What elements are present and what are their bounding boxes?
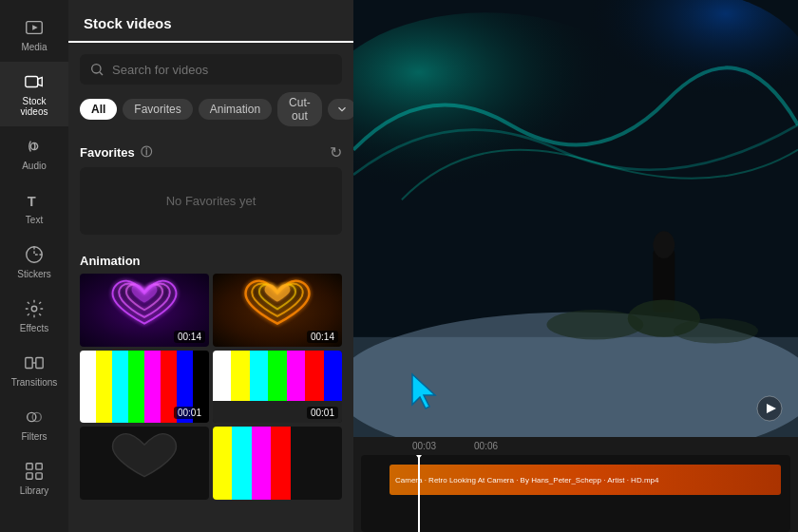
timestamp-1: 00:06 xyxy=(474,441,498,451)
video-thumb-3[interactable]: 00:01 xyxy=(213,351,342,424)
sidebar-item-audio[interactable]: Audio xyxy=(0,126,68,180)
sidebar: Media Stockvideos Audio T Text Stickers xyxy=(0,0,68,532)
library-label: Library xyxy=(20,485,49,496)
sidebar-item-transitions[interactable]: Transitions xyxy=(0,343,68,397)
svg-rect-15 xyxy=(36,473,42,479)
refresh-icon[interactable]: ↻ xyxy=(330,143,342,162)
text-icon: T xyxy=(24,190,45,211)
filters-label: Filters xyxy=(21,431,47,442)
duration-3: 00:01 xyxy=(307,407,338,419)
svg-rect-13 xyxy=(36,464,42,469)
favorites-info-icon[interactable]: ⓘ xyxy=(141,144,152,161)
transitions-icon xyxy=(24,352,45,373)
duration-0: 00:14 xyxy=(174,331,205,343)
play-icon xyxy=(756,395,783,422)
search-input[interactable] xyxy=(112,63,332,77)
filter-favorites[interactable]: Favorites xyxy=(123,99,192,120)
svg-point-27 xyxy=(674,318,758,343)
sidebar-item-stickers[interactable]: Stickers xyxy=(0,235,68,289)
filter-more-button[interactable] xyxy=(328,99,353,120)
filters-icon xyxy=(24,407,45,428)
timeline-ruler: 00:03 00:06 xyxy=(353,437,798,455)
svg-rect-12 xyxy=(27,464,32,469)
video-track[interactable]: Camera · Retro Looking At Camera · By Ha… xyxy=(390,465,781,495)
text-label: Text xyxy=(26,215,43,225)
stickers-icon xyxy=(24,244,45,265)
playhead-triangle xyxy=(413,455,425,459)
svg-rect-14 xyxy=(27,473,32,479)
stock-videos-icon xyxy=(24,71,45,92)
video-thumb-5[interactable] xyxy=(213,427,342,500)
svg-rect-2 xyxy=(26,77,38,87)
animation-video-grid: 00:14 00:14 xyxy=(68,274,353,511)
audio-icon xyxy=(24,136,45,157)
aurora-waves-svg xyxy=(353,0,798,437)
svg-point-11 xyxy=(32,412,41,421)
media-label: Media xyxy=(21,42,47,52)
timestamp-0: 00:03 xyxy=(412,441,436,451)
svg-point-24 xyxy=(653,231,674,258)
svg-rect-7 xyxy=(26,358,32,369)
no-favorites-message: No Favorites yet xyxy=(80,167,342,235)
timeline-area: 00:03 00:06 Camera · Retro Looking At Ca… xyxy=(353,437,798,532)
search-bar[interactable] xyxy=(80,54,342,85)
stock-videos-panel: Stock videos All Favorites Animation Cut… xyxy=(68,0,353,532)
library-icon xyxy=(24,461,45,482)
animation-title: Animation xyxy=(80,254,141,268)
sidebar-item-media[interactable]: Media xyxy=(0,8,68,62)
right-area: 00:03 00:06 Camera · Retro Looking At Ca… xyxy=(353,0,798,532)
favorites-title: Favorites ⓘ xyxy=(80,144,152,161)
svg-rect-22 xyxy=(353,337,798,437)
sidebar-item-text[interactable]: T Text xyxy=(0,180,68,235)
sidebar-item-stock-videos[interactable]: Stockvideos xyxy=(0,62,68,126)
sidebar-item-filters[interactable]: Filters xyxy=(0,397,68,451)
effects-label: Effects xyxy=(20,323,48,333)
video-thumb-0[interactable]: 00:14 xyxy=(80,274,209,347)
filter-all[interactable]: All xyxy=(80,99,117,120)
panel-scroll-area[interactable]: Favorites ⓘ ↻ No Favorites yet Animation xyxy=(68,136,353,532)
effects-icon xyxy=(24,298,45,319)
playhead[interactable] xyxy=(418,455,420,532)
chevron-down-icon xyxy=(335,103,349,116)
filter-row: All Favorites Animation Cut-out xyxy=(68,92,353,136)
svg-line-17 xyxy=(100,72,103,75)
video-thumb-4[interactable] xyxy=(80,427,209,500)
sidebar-item-effects[interactable]: Effects xyxy=(0,289,68,343)
animation-section-header: Animation xyxy=(68,246,353,274)
stock-videos-label: Stockvideos xyxy=(21,96,48,117)
svg-text:T: T xyxy=(28,194,36,209)
media-icon xyxy=(24,17,45,38)
timeline-tracks[interactable]: Camera · Retro Looking At Camera · By Ha… xyxy=(361,455,790,532)
aurora-background xyxy=(353,0,798,437)
duration-1: 00:14 xyxy=(307,331,338,343)
svg-rect-8 xyxy=(36,358,43,369)
audio-label: Audio xyxy=(22,161,47,171)
sidebar-item-library[interactable]: Library xyxy=(0,451,68,505)
video-thumb-1[interactable]: 00:14 xyxy=(213,274,342,347)
search-icon xyxy=(89,62,104,77)
svg-point-16 xyxy=(92,65,101,73)
duration-2: 00:01 xyxy=(174,407,205,419)
transitions-label: Transitions xyxy=(11,377,58,388)
preview-area xyxy=(353,0,798,437)
svg-point-6 xyxy=(31,306,37,312)
panel-title: Stock videos xyxy=(68,0,353,43)
color-bars-3-partial xyxy=(213,427,291,500)
svg-marker-1 xyxy=(32,25,38,30)
favorites-section-header: Favorites ⓘ ↻ xyxy=(68,136,353,167)
filter-animation[interactable]: Animation xyxy=(199,99,272,120)
stickers-label: Stickers xyxy=(17,269,51,279)
svg-point-26 xyxy=(546,310,643,340)
filter-cutout[interactable]: Cut-out xyxy=(277,92,322,126)
dark-heart-icon xyxy=(80,427,209,500)
play-button[interactable] xyxy=(756,395,783,426)
video-thumb-2[interactable]: 00:01 xyxy=(80,351,209,424)
